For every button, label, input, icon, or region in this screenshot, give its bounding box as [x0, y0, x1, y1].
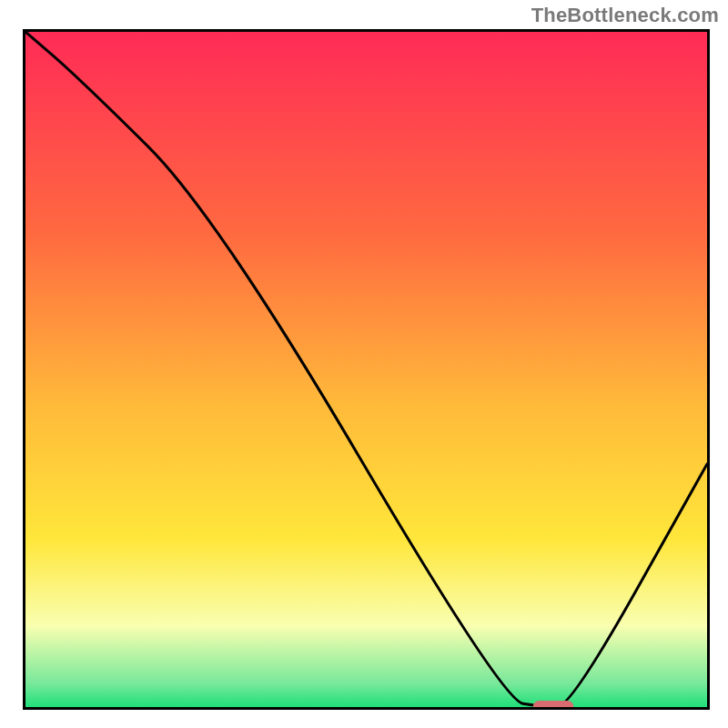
plot-area: [23, 29, 710, 710]
watermark-text: TheBottleneck.com: [531, 4, 719, 27]
bottleneck-curve: [25, 32, 707, 707]
optimal-marker: [532, 701, 573, 710]
chart-frame: TheBottleneck.com: [0, 0, 728, 728]
